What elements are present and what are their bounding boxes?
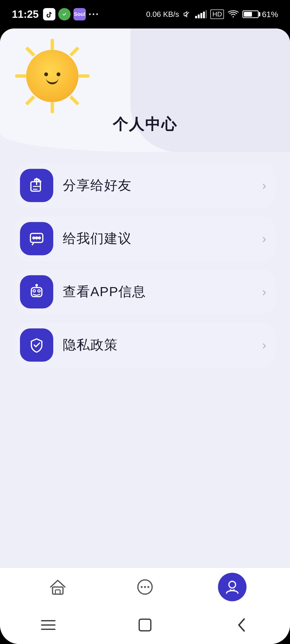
nav-profile-active [218, 573, 246, 601]
sun-eye-left [44, 72, 48, 76]
app-icons: Soul ··· [43, 8, 99, 20]
share-icon [28, 177, 45, 194]
svg-point-9 [33, 237, 35, 239]
main-content: 个人中心 分享给好友 › [0, 28, 290, 644]
sun-illustration [14, 38, 90, 114]
svg-point-22 [147, 586, 149, 588]
share-icon-wrap [20, 169, 53, 202]
svg-point-21 [144, 586, 146, 588]
svg-rect-4 [200, 13, 202, 18]
svg-point-13 [33, 290, 36, 292]
menu-item-privacy[interactable]: 隐私政策 › [14, 323, 276, 367]
wifi-icon [227, 10, 239, 19]
feedback-icon [28, 230, 45, 247]
svg-point-10 [36, 237, 38, 239]
feedback-label: 给我们建议 [63, 230, 253, 248]
status-left: 11:25 Soul [12, 8, 99, 20]
appinfo-icon-wrap [20, 275, 53, 308]
share-chevron: › [262, 178, 266, 192]
mute-icon [182, 10, 191, 19]
android-square-icon [139, 618, 151, 632]
sun-ray-right [79, 74, 89, 78]
battery-icon [242, 10, 259, 18]
battery-percent: 61% [262, 10, 278, 19]
hd-badge: HD [210, 10, 224, 19]
sun-ray-topleft [25, 46, 35, 56]
svg-point-16 [36, 284, 37, 286]
svg-rect-18 [55, 590, 60, 594]
menu-item-share[interactable]: 分享给好友 › [14, 163, 276, 208]
sun-ray-bottomright [69, 96, 79, 106]
appinfo-label: 查看APP信息 [63, 283, 253, 301]
soul-app-icon: Soul [74, 8, 86, 20]
page-title: 个人中心 [0, 114, 290, 135]
phone-screen: 11:25 Soul [0, 0, 290, 644]
svg-rect-5 [203, 12, 205, 18]
svg-rect-6 [206, 10, 207, 18]
menu-item-appinfo[interactable]: 查看APP信息 › [14, 270, 276, 314]
share-label: 分享给好友 [63, 176, 253, 194]
sun-ray-bottomleft [25, 96, 35, 106]
svg-point-14 [38, 290, 40, 292]
green-app-icon [58, 8, 71, 20]
svg-point-11 [39, 237, 41, 239]
network-speed: 0.06 KB/s [146, 10, 179, 19]
sun-body [26, 50, 79, 102]
privacy-icon-wrap [20, 328, 53, 362]
privacy-label: 隐私政策 [63, 336, 253, 354]
status-right: 0.06 KB/s HD [146, 10, 278, 19]
privacy-chevron: › [262, 338, 266, 352]
feedback-chevron: › [262, 232, 266, 246]
privacy-icon [28, 336, 45, 354]
sun [14, 38, 90, 114]
menu-list: 分享给好友 › 给我们建议 › [0, 144, 290, 367]
battery-fill [244, 12, 252, 16]
svg-rect-17 [53, 587, 63, 594]
sun-face [44, 68, 60, 84]
nav-profile[interactable] [218, 573, 246, 601]
svg-point-20 [141, 586, 143, 588]
sun-eyes [44, 72, 60, 76]
nav-discover[interactable] [131, 573, 159, 601]
sun-ray-topright [69, 46, 79, 56]
tiktok-app-icon [43, 8, 55, 20]
svg-rect-3 [198, 14, 200, 18]
app-info-icon [28, 283, 45, 300]
android-menu-button[interactable] [34, 611, 63, 639]
android-back-button[interactable] [227, 611, 256, 639]
menu-item-feedback[interactable]: 给我们建议 › [14, 216, 276, 261]
status-bar: 11:25 Soul [0, 0, 290, 28]
bottom-nav [0, 568, 290, 606]
nav-home[interactable] [44, 573, 72, 601]
more-apps-dots: ··· [89, 9, 99, 20]
time-display: 11:25 [12, 8, 39, 20]
sun-ray-bottom [51, 102, 54, 113]
sun-ray-left [15, 74, 26, 78]
sun-eye-right [57, 72, 60, 76]
sun-ray-top [51, 39, 54, 50]
svg-rect-2 [195, 16, 197, 18]
appinfo-chevron: › [262, 285, 266, 299]
feedback-icon-wrap [20, 222, 53, 255]
svg-point-23 [229, 581, 235, 588]
android-home-button[interactable] [131, 611, 159, 639]
signal-bars-icon [195, 10, 207, 19]
sun-smile [46, 78, 59, 84]
android-nav [0, 606, 290, 644]
